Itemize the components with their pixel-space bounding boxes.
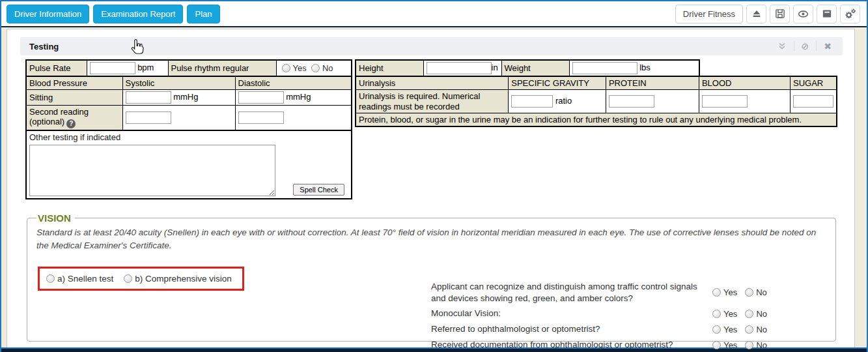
no-label: No bbox=[756, 309, 767, 319]
weight-label: Weight bbox=[501, 60, 569, 76]
question-row: Referred to ophthalmologist or optometri… bbox=[431, 323, 767, 335]
height-label: Height bbox=[356, 60, 423, 76]
q2-yes-radio[interactable] bbox=[712, 310, 721, 318]
table-row: Pulse Rate bpm Pulse rhythm regular Yes … bbox=[26, 60, 352, 76]
save-button[interactable] bbox=[770, 5, 790, 23]
app-window: Driver Information Examination Report Pl… bbox=[0, 0, 868, 352]
snellen-test-radio[interactable] bbox=[46, 274, 55, 283]
archive-icon bbox=[821, 8, 833, 20]
save-icon bbox=[774, 8, 786, 20]
table-row: Height in Weight lbs bbox=[356, 60, 699, 76]
yes-label: Yes bbox=[723, 340, 737, 350]
question-row: Received documentation from ophthalmolog… bbox=[431, 339, 767, 351]
question-label: Received documentation from ophthalmolog… bbox=[431, 339, 712, 351]
protein-input[interactable] bbox=[609, 95, 654, 108]
left-column: Pulse Rate bpm Pulse rhythm regular Yes … bbox=[25, 59, 352, 199]
specific-gravity-input[interactable] bbox=[511, 95, 553, 108]
section-title: Testing bbox=[29, 42, 59, 51]
examination-panel: Testing ⊘ ✖ bbox=[7, 29, 855, 347]
collapse-chevrons-icon[interactable] bbox=[770, 41, 794, 52]
sugar-input[interactable] bbox=[793, 95, 833, 108]
other-testing-label: Other testing if indicated bbox=[29, 132, 120, 142]
page-background: Testing ⊘ ✖ bbox=[1, 27, 867, 347]
pulse-rate-unit: bpm bbox=[137, 63, 154, 72]
question-label: Referred to ophthalmologist or optometri… bbox=[431, 323, 712, 335]
toolbar-right-group: Driver Fitness bbox=[675, 5, 860, 23]
sitting-label: Sitting bbox=[26, 90, 122, 106]
sitting-diastolic-input[interactable] bbox=[238, 91, 284, 104]
yes-label: Yes bbox=[723, 287, 737, 297]
close-icon[interactable]: ✖ bbox=[816, 41, 839, 52]
q1-yes-radio[interactable] bbox=[712, 288, 721, 297]
nav-plan-button[interactable]: Plan bbox=[187, 5, 219, 23]
specific-gravity-header: SPECIFIC GRAVITY bbox=[509, 76, 606, 90]
sitting-systolic-input[interactable] bbox=[126, 91, 171, 104]
table-row: Second reading (optional)? bbox=[26, 106, 352, 130]
blood-input[interactable] bbox=[702, 95, 748, 108]
table-row: Blood Pressure Systolic Diastolic bbox=[26, 76, 352, 90]
no-label: No bbox=[756, 287, 767, 297]
pulse-rhythm-label: Pulse rhythm regular bbox=[168, 60, 276, 76]
q2-no-radio[interactable] bbox=[745, 310, 753, 318]
archive-button[interactable] bbox=[817, 5, 837, 23]
eject-icon bbox=[751, 8, 763, 20]
q1-no-radio[interactable] bbox=[745, 288, 753, 297]
weight-input[interactable] bbox=[572, 62, 637, 74]
preview-button[interactable] bbox=[793, 5, 813, 23]
gears-icon bbox=[844, 7, 857, 20]
blood-pressure-title: Blood Pressure bbox=[26, 76, 122, 90]
second-reading-label: Second reading (optional) bbox=[29, 107, 89, 126]
nav-driver-information-button[interactable]: Driver Information bbox=[7, 5, 89, 23]
pulse-rate-input[interactable] bbox=[90, 62, 135, 74]
protein-header: PROTEIN bbox=[606, 76, 699, 90]
nav-examination-report-button[interactable]: Examination Report bbox=[93, 5, 183, 23]
q3-no-radio[interactable] bbox=[745, 325, 753, 334]
help-icon[interactable]: ? bbox=[66, 119, 76, 128]
testing-section-header: Testing ⊘ ✖ bbox=[20, 37, 843, 55]
other-testing-textarea[interactable] bbox=[29, 145, 275, 196]
height-unit: in bbox=[492, 63, 498, 72]
vision-legend: VISION bbox=[36, 213, 75, 224]
blood-pressure-table: Blood Pressure Systolic Diastolic Sittin… bbox=[25, 76, 352, 131]
q4-yes-radio[interactable] bbox=[712, 341, 721, 349]
mmhg-unit: mmHg bbox=[286, 92, 311, 102]
comprehensive-vision-radio[interactable] bbox=[124, 274, 132, 283]
no-label: No bbox=[756, 340, 767, 350]
top-toolbar: Driver Information Examination Report Pl… bbox=[1, 1, 867, 26]
vision-section: VISION Standard is at least 20/40 acuity… bbox=[27, 213, 836, 342]
q4-no-radio[interactable] bbox=[745, 341, 753, 349]
mmhg-unit: mmHg bbox=[173, 92, 198, 102]
vision-test-options: a) Snellen test b) Comprehensive vision bbox=[38, 267, 244, 291]
yes-label: Yes bbox=[723, 325, 737, 334]
second-systolic-input[interactable] bbox=[126, 111, 171, 124]
second-diastolic-input[interactable] bbox=[238, 111, 284, 124]
driver-fitness-button[interactable]: Driver Fitness bbox=[675, 5, 743, 23]
height-weight-table: Height in Weight lbs bbox=[355, 59, 700, 77]
circle-slash-icon[interactable]: ⊘ bbox=[794, 41, 817, 52]
testing-form: Pulse Rate bpm Pulse rhythm regular Yes … bbox=[20, 55, 843, 342]
pulse-rate-label: Pulse Rate bbox=[26, 60, 87, 76]
table-row: Protein, blood, or sugar in the urine ma… bbox=[356, 113, 837, 127]
question-row: Monocular Vision: Yes No bbox=[431, 308, 767, 319]
systolic-header: Systolic bbox=[122, 76, 235, 90]
no-label: No bbox=[322, 63, 333, 73]
eject-button[interactable] bbox=[746, 5, 766, 23]
urinalysis-note: Protein, blood, or sugar in the urine ma… bbox=[356, 113, 837, 127]
question-label: Applicant can recognize and distinguish … bbox=[431, 281, 712, 304]
vision-questions: Applicant can recognize and distinguish … bbox=[431, 281, 767, 352]
question-label: Monocular Vision: bbox=[431, 308, 712, 319]
q3-yes-radio[interactable] bbox=[712, 325, 721, 334]
question-row: Applicant can recognize and distinguish … bbox=[431, 281, 767, 304]
yes-label: Yes bbox=[293, 63, 307, 73]
urinalysis-title: Urinalysis bbox=[356, 76, 509, 90]
other-testing-box: Other testing if indicated Spell Check bbox=[25, 130, 352, 199]
table-row: Urinalysis is required. Numerical readin… bbox=[356, 90, 837, 113]
spell-check-button[interactable]: Spell Check bbox=[293, 184, 344, 196]
height-input[interactable] bbox=[427, 62, 492, 74]
snellen-test-label: a) Snellen test bbox=[57, 274, 113, 284]
right-column: Height in Weight lbs Urinalysis SPECIFIC… bbox=[355, 59, 837, 199]
urinalysis-table: Urinalysis SPECIFIC GRAVITY PROTEIN BLOO… bbox=[355, 76, 837, 127]
settings-button[interactable] bbox=[840, 5, 860, 23]
pulse-rhythm-yes-radio[interactable] bbox=[282, 64, 290, 72]
pulse-rhythm-no-radio[interactable] bbox=[311, 64, 320, 72]
